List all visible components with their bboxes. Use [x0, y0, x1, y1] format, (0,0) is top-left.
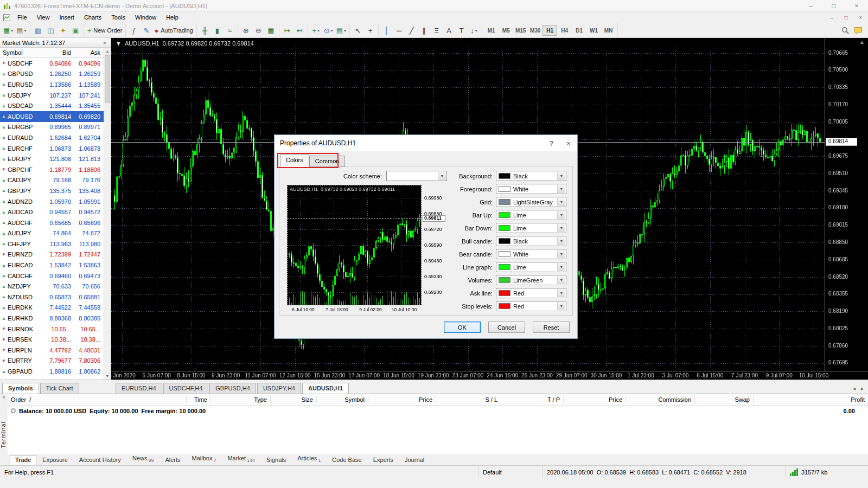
color-scheme-select[interactable]: ▼	[386, 171, 447, 181]
text-label-button[interactable]: T	[455, 24, 468, 36]
templates-button[interactable]: ▤▾	[335, 24, 348, 36]
market-watch-row-eurnok[interactable]: ▼EURNOK10.65...10.65...	[0, 324, 104, 335]
terminal-tab-articles[interactable]: Articles1	[292, 453, 326, 465]
market-watch-row-cadchf[interactable]: ▲CADCHF0.694600.69473	[0, 271, 104, 281]
cursor-button[interactable]: ↖	[352, 24, 364, 36]
ok-button[interactable]: OK	[444, 322, 481, 333]
chart-tab-usdchf-h4[interactable]: USDCHF,H4	[163, 383, 209, 394]
market-watch-row-eurjpy[interactable]: ▲EURJPY121.808121.813	[0, 153, 104, 164]
timeframe-d1-button[interactable]: D1	[572, 25, 586, 36]
market-watch-tab-symbols[interactable]: Symbols	[2, 383, 39, 394]
new-chart-button[interactable]: ▦▾	[2, 24, 15, 36]
terminal-tab-code-base[interactable]: Code Base	[327, 455, 367, 465]
chart-shift-button[interactable]: ↤	[293, 24, 306, 36]
line-chart-mode-button[interactable]: ≈	[224, 24, 236, 36]
terminal-column-order-[interactable]: Order /	[8, 396, 187, 403]
market-watch-row-audjpy[interactable]: ▲AUDJPY74.86474.872	[0, 228, 104, 239]
chevron-down-icon[interactable]: ▼	[557, 172, 565, 180]
dialog-tab-common[interactable]: Common	[309, 156, 346, 167]
market-watch-row-nzdusd[interactable]: ▲NZDUSD0.658730.65881	[0, 292, 104, 303]
timeframe-h1-button[interactable]: H1	[542, 25, 557, 36]
market-watch-row-audcad[interactable]: ▲AUDCAD0.945570.94572	[0, 207, 104, 217]
fibonacci-button[interactable]: Ξ	[430, 24, 443, 36]
menu-help[interactable]: Help	[161, 12, 183, 23]
market-watch-row-gbpjpy[interactable]: ▲GBPJPY135.375135.408	[0, 185, 104, 196]
menu-window[interactable]: Window	[130, 12, 161, 23]
market-watch-tab-tick-chart[interactable]: Tick Chart	[40, 383, 79, 394]
chevron-down-icon[interactable]: ▼	[557, 302, 565, 310]
terminal-close-icon[interactable]: ×	[0, 394, 8, 402]
bear-candle-select[interactable]: White▼	[496, 249, 566, 259]
timeframe-m15-button[interactable]: M15	[513, 25, 528, 36]
scroll-down-icon[interactable]: ▼	[104, 373, 111, 380]
chevron-down-icon[interactable]: ▼	[557, 211, 565, 219]
ask-line-select[interactable]: Red▼	[496, 288, 566, 298]
chevron-down-icon[interactable]: ▼	[557, 263, 565, 271]
market-watch-row-gbpusd[interactable]: ▲GBPUSD1.262501.26259	[0, 69, 104, 80]
market-watch-row-gbpaud[interactable]: ▲GBPAUD1.808161.80862	[0, 366, 104, 377]
bar-up-select[interactable]: Lime▼	[496, 210, 566, 220]
chat-icon[interactable]	[854, 27, 863, 35]
market-watch-row-audusd[interactable]: ▲AUDUSD0.698140.69820	[0, 111, 104, 122]
terminal-column-commission[interactable]: Commission	[626, 396, 695, 403]
chart-tab-audusd-h1[interactable]: AUDUSD,H1	[302, 383, 349, 394]
dialog-tab-colors[interactable]: Colors	[280, 155, 309, 167]
auto-scroll-button[interactable]: ↦	[281, 24, 293, 36]
chevron-down-icon[interactable]: ▼	[557, 237, 565, 245]
data-window-button[interactable]: ◫	[44, 24, 57, 36]
terminal-tab-alerts[interactable]: Alerts	[159, 455, 186, 465]
chevron-down-icon[interactable]: ▼	[557, 289, 565, 297]
tile-windows-button[interactable]: ▦	[265, 24, 277, 36]
timeframe-mn-button[interactable]: MN	[601, 25, 616, 36]
terminal-column-s-l[interactable]: S / L	[436, 396, 501, 403]
market-watch-row-eurhkd[interactable]: ▲EURHKD8.803688.80385	[0, 313, 104, 324]
menu-insert[interactable]: Insert	[54, 12, 79, 23]
grid-select[interactable]: LightSlateGray▼	[496, 197, 566, 207]
horizontal-line-button[interactable]: ─	[393, 24, 405, 36]
terminal-tab-news[interactable]: News99	[127, 453, 159, 465]
timeframe-m1-button[interactable]: M1	[484, 25, 499, 36]
menu-view[interactable]: View	[32, 12, 55, 23]
crosshair-button[interactable]: +	[364, 24, 376, 36]
bar-down-select[interactable]: Lime▼	[496, 223, 566, 233]
market-watch-row-eurusd[interactable]: ▲EURUSD1.135861.13589	[0, 79, 104, 90]
chart-tab-usdjpy-h4[interactable]: USDJPY,H4	[257, 383, 301, 394]
status-profile[interactable]: Default	[478, 466, 542, 478]
zoom-in-button[interactable]: ⊕	[240, 24, 252, 36]
market-watch-row-usdjpy[interactable]: ▲USDJPY107.237107.241	[0, 90, 104, 101]
chevron-down-icon[interactable]: ▼	[557, 224, 565, 232]
column-ask[interactable]: Ask	[74, 49, 104, 56]
terminal-tab-mailbox[interactable]: Mailbox7	[187, 453, 222, 465]
reset-button[interactable]: Reset	[533, 322, 570, 333]
trendline-button[interactable]: ╱	[405, 24, 418, 36]
navigator-toggle-button[interactable]: ✦	[57, 24, 69, 36]
terminal-tab-experts[interactable]: Experts	[368, 455, 399, 465]
terminal-column-t-p[interactable]: T / P	[501, 396, 564, 403]
menu-tools[interactable]: Tools	[106, 12, 130, 23]
market-watch-row-nzdjpy[interactable]: ▲NZDJPY70.63370.656	[0, 281, 104, 292]
terminal-tab-signals[interactable]: Signals	[261, 455, 291, 465]
close-button[interactable]: ×	[845, 0, 868, 12]
terminal-tab-account-history[interactable]: Account History	[74, 455, 126, 465]
chart-tabs-right-icon[interactable]: ►	[860, 386, 865, 391]
balance-row[interactable]: Balance: 10 000.00 USD Equity: 10 000.00…	[8, 406, 868, 416]
scrollbar-thumb[interactable]	[105, 55, 110, 103]
background-select[interactable]: Black▼	[496, 171, 566, 181]
new-order-button[interactable]: +New Order	[86, 24, 124, 36]
chevron-down-icon[interactable]: ▼	[557, 276, 565, 284]
chart-tab-eurusd-h4[interactable]: EURUSD,H4	[116, 383, 162, 394]
terminal-tab-trade[interactable]: Trade	[10, 455, 36, 465]
scripts-button[interactable]: ✎	[140, 24, 152, 36]
terminal-column-type[interactable]: Type	[211, 396, 271, 403]
chevron-down-icon[interactable]: ▼	[557, 198, 565, 206]
profiles-button[interactable]: ▤▾	[15, 24, 28, 36]
volumes-select[interactable]: LimeGreen▼	[496, 275, 566, 285]
dialog-help-button[interactable]: ?	[542, 135, 560, 151]
terminal-column-price[interactable]: Price	[368, 396, 436, 403]
market-watch-row-audnzd[interactable]: ▲AUDNZD1.059701.05991	[0, 196, 104, 207]
market-watch-row-eurcad[interactable]: ▲EURCAD1.538421.53863	[0, 260, 104, 271]
chart-tabs-left-icon[interactable]: ◄	[852, 386, 857, 391]
market-watch-row-eurdkk[interactable]: ▲EURDKK7.445227.44558	[0, 303, 104, 313]
mdi-close-button[interactable]: ×	[853, 12, 868, 22]
market-watch-row-eurtry[interactable]: ▼EURTRY7.796777.80306	[0, 356, 104, 367]
